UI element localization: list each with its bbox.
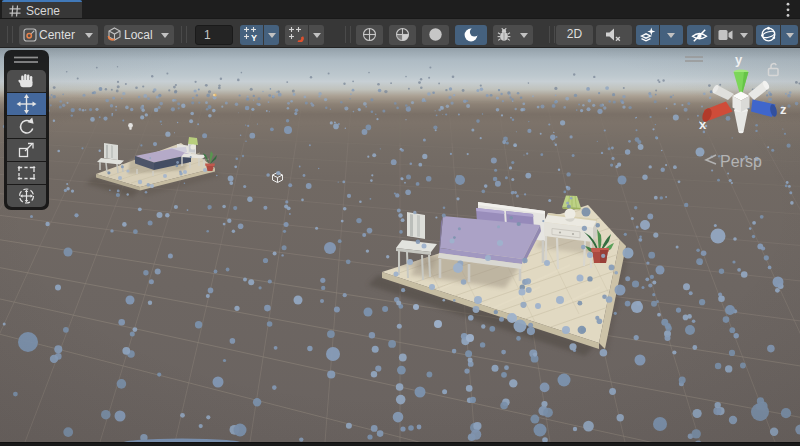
svg-text:Persp: Persp <box>720 153 762 170</box>
svg-text:Y: Y <box>251 33 257 42</box>
svg-text:x: x <box>699 117 707 132</box>
svg-text:y: y <box>735 52 743 67</box>
svg-text:z: z <box>780 102 787 117</box>
